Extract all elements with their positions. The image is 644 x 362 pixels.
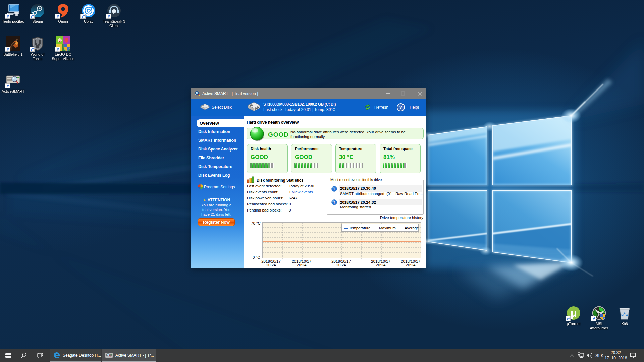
svg-text:µ: µ [570, 306, 577, 319]
svg-text:?: ? [399, 105, 402, 110]
